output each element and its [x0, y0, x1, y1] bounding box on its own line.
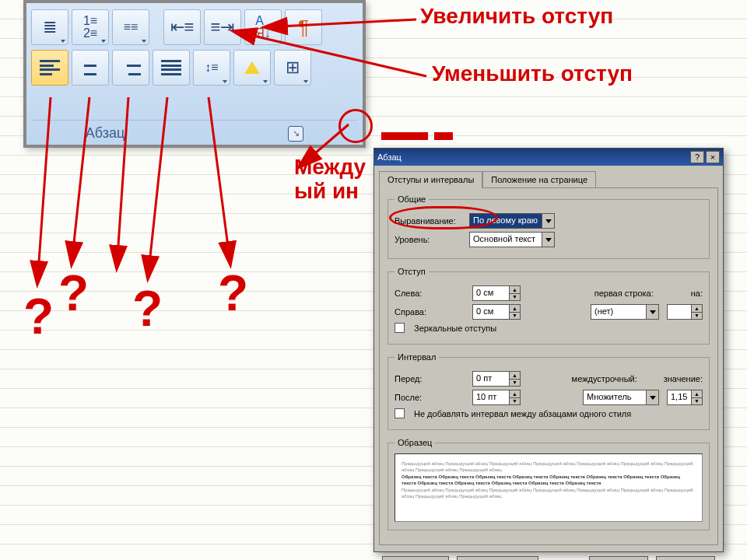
level-label: Уровень:: [395, 235, 465, 244]
default-button[interactable]: По умолчанию...: [457, 556, 539, 560]
linespace-combo[interactable]: Множитель: [583, 390, 659, 405]
question-mark: ?: [23, 288, 54, 345]
preview-section: Образец Предыдущий абзац Предыдущий абза…: [388, 438, 710, 530]
cancel-button[interactable]: Отмена: [656, 556, 715, 560]
at-label: значение:: [664, 374, 703, 383]
alignment-label: Выравнивание:: [395, 216, 465, 226]
firstline-label: первая строка:: [594, 289, 654, 298]
accent-bar-2: [434, 132, 453, 140]
indent-legend: Отступ: [395, 267, 429, 276]
borders-button[interactable]: ⊞: [274, 50, 311, 86]
spacing-section: Интервал Перед: 0 пт▲▼ междустрочный: зн…: [388, 352, 710, 430]
tabs-button[interactable]: Табуляция...: [382, 556, 449, 560]
general-legend: Общие: [395, 194, 429, 204]
at-spinner[interactable]: 1,15▲▼: [667, 390, 703, 405]
line-spacing-button[interactable]: ↕≡: [193, 50, 230, 86]
spacing-legend: Интервал: [395, 352, 439, 362]
before-spinner[interactable]: 0 пт▲▼: [472, 371, 521, 387]
question-mark: ?: [132, 280, 163, 338]
preview-legend: Образец: [395, 438, 435, 447]
sort-button[interactable]: АЯ↓: [244, 9, 282, 45]
dialog-titlebar[interactable]: Абзац ? ×: [374, 149, 723, 166]
after-spinner[interactable]: 10 пт▲▼: [472, 390, 521, 405]
paragraph-ribbon-group: ≣ 1≡2≡ ≡≡ ⇤≡ ≡⇥ АЯ↓ ¶ ↕≡ ⊞ Абзац ↘: [23, 0, 366, 148]
paragraph-dialog: Абзац ? × Отступы и интервалы Положение …: [374, 148, 724, 552]
accent-bar-1: [381, 132, 428, 140]
increase-indent-button[interactable]: ≡⇥: [204, 9, 241, 45]
general-section: Общие Выравнивание: По левому краю Урове…: [388, 194, 710, 259]
after-label: После:: [395, 393, 465, 402]
interval-label-1: Между: [294, 155, 366, 179]
multilevel-list-button[interactable]: ≡≡: [112, 9, 149, 45]
align-right-button[interactable]: [112, 50, 149, 86]
tab-pageflow[interactable]: Положение на странице: [482, 171, 596, 188]
decrease-indent-label: Уменьшить отступ: [432, 62, 633, 86]
question-mark: ?: [58, 264, 89, 322]
left-spinner[interactable]: 0 см▲▼: [472, 285, 521, 301]
decrease-indent-button[interactable]: ⇤≡: [163, 9, 201, 45]
bullets-button[interactable]: ≣: [31, 9, 68, 45]
interval-label-2: ый ин: [294, 179, 359, 203]
right-spinner[interactable]: 0 см▲▼: [472, 304, 521, 320]
by-spinner[interactable]: ▲▼: [667, 304, 703, 320]
indent-section: Отступ Слева: 0 см▲▼ первая строка: на: …: [388, 267, 710, 345]
align-left-button[interactable]: [31, 50, 68, 86]
by-label: на:: [691, 289, 703, 298]
help-button[interactable]: ?: [690, 151, 704, 163]
firstline-combo[interactable]: (нет): [591, 304, 659, 320]
align-justify-button[interactable]: [153, 50, 190, 86]
increase-indent-label: Увеличить отступ: [420, 5, 613, 29]
alignment-combo[interactable]: По левому краю: [469, 213, 555, 229]
align-center-button[interactable]: [72, 50, 109, 86]
dialog-launcher-button[interactable]: ↘: [288, 126, 303, 142]
before-label: Перед:: [395, 374, 465, 383]
nospace-checkbox[interactable]: [395, 408, 405, 418]
preview-box: Предыдущий абзац Предыдущий абзац Предыд…: [395, 453, 703, 522]
right-label: Справа:: [395, 307, 465, 317]
left-label: Слева:: [395, 289, 465, 298]
linespace-label: междустрочный:: [572, 374, 637, 383]
numbering-button[interactable]: 1≡2≡: [72, 9, 109, 45]
nospace-label: Не добавлять интервал между абзацами одн…: [414, 409, 631, 418]
close-button[interactable]: ×: [706, 151, 720, 163]
show-marks-button[interactable]: ¶: [285, 9, 322, 45]
ribbon-group-caption: Абзац: [86, 125, 125, 142]
mirror-checkbox[interactable]: [395, 323, 405, 333]
dialog-title: Абзац: [377, 152, 402, 162]
mirror-label: Зеркальные отступы: [414, 324, 496, 333]
shading-button[interactable]: [233, 50, 271, 86]
ok-button[interactable]: ОК: [589, 556, 648, 560]
question-mark: ?: [218, 264, 248, 322]
level-combo[interactable]: Основной текст: [469, 232, 555, 247]
tab-indents[interactable]: Отступы и интервалы: [379, 171, 482, 188]
